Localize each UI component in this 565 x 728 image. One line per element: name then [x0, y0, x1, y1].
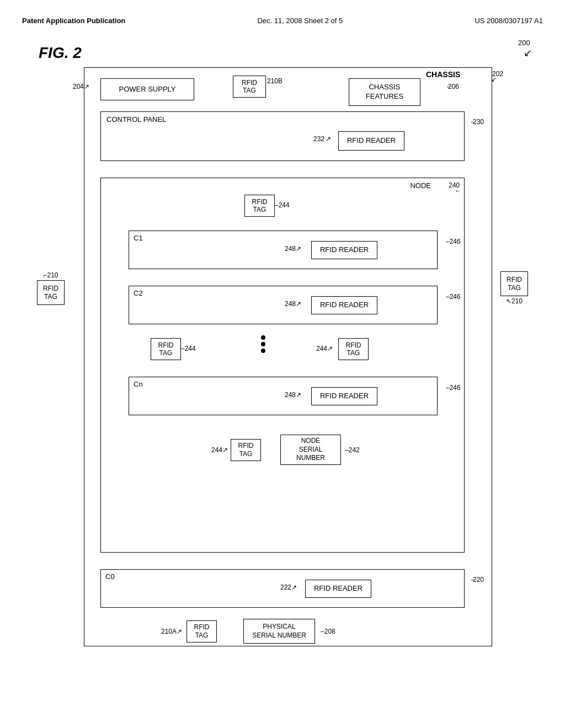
- node-serial-label: NODESERIALNUMBER: [296, 437, 325, 463]
- rfid-tag-244-mid-box: RFIDTAG: [151, 338, 181, 360]
- physical-serial-box: PHYSICALSERIAL NUMBER: [243, 619, 315, 644]
- dot-1: [261, 335, 265, 340]
- c2-ref: –246: [446, 293, 461, 301]
- ellipsis-dots: [261, 335, 265, 353]
- rfid-reader-248b-ref: 248↗: [285, 300, 301, 308]
- cn-label: Cn: [129, 377, 437, 391]
- rfid-reader-248a-ref: 248↗: [285, 245, 301, 253]
- power-supply-box: POWER SUPPLY: [100, 78, 194, 100]
- ps-ref-arrow: ↗: [84, 83, 89, 90]
- 240-arrow: ←: [455, 187, 461, 195]
- page: Patent Application Publication Dec. 11, …: [0, 0, 565, 728]
- rfid-tag-210-left-area: ⌐210 RFIDTAG: [37, 271, 65, 305]
- 230-arrow: ←: [470, 118, 477, 126]
- cn-ref: –246: [446, 384, 461, 392]
- rfid-tag-244-bottom-box: RFIDTAG: [231, 439, 261, 461]
- header-publication: Patent Application Publication: [22, 17, 125, 25]
- node-outer-box: NODE 240 ← RFIDTAG –244 C1 RFID READER: [100, 178, 465, 553]
- header-date: Dec. 11, 2008 Sheet 2 of 5: [258, 17, 343, 25]
- rfid-reader-222-box: RFID READER: [305, 580, 371, 598]
- rfid-tag-244-bottom-label: RFIDTAG: [238, 442, 254, 458]
- rfid-tag-244-mid-right-ref: 244↗: [316, 345, 333, 352]
- physical-serial-label: PHYSICALSERIAL NUMBER: [252, 623, 306, 640]
- rfid-tag-210b-box: RFIDTAG: [233, 76, 266, 98]
- control-panel-box: CONTROL PANEL RFID READER 232 ↗: [100, 111, 465, 161]
- c0-box: C0 RFID READER 222↗: [100, 569, 465, 608]
- rfid-reader-248c-box: RFID READER: [311, 387, 377, 405]
- rfid-tag-244-top-box: RFIDTAG: [244, 195, 275, 217]
- rfid-tag-210-right-ref: ↖210: [506, 297, 523, 305]
- page-header: Patent Application Publication Dec. 11, …: [22, 11, 543, 28]
- control-panel-label: CONTROL PANEL: [101, 112, 464, 127]
- node-label: NODE: [410, 181, 431, 190]
- fig-200-ref: 200 ↙: [518, 39, 532, 59]
- rfid-tag-244-mid-right-label: RFIDTAG: [346, 341, 361, 357]
- node-serial-box: NODESERIALNUMBER: [280, 435, 341, 465]
- rfid-tag-210-right-box: RFIDTAG: [500, 271, 528, 296]
- rfid-reader-248c-ref: 248↗: [285, 391, 301, 399]
- rfid-reader-248b-box: RFID READER: [311, 296, 377, 314]
- rfid-tag-210a-ref: 210A↗: [161, 628, 182, 635]
- header-patent: US 2008/0307197 A1: [475, 17, 543, 25]
- cf-ref-arrow: ←: [446, 83, 452, 90]
- node-serial-244-ref: 244↗: [211, 446, 228, 454]
- dot-2: [261, 342, 265, 346]
- c1-ref: –246: [446, 238, 461, 245]
- c2-box: C2 RFID READER 248↗: [129, 286, 438, 324]
- rfid-tag-210-right-area: RFIDTAG ↖210: [500, 271, 528, 305]
- node-serial-ref: –242: [345, 446, 360, 454]
- rfid-tag-244-mid-ref: –244: [181, 345, 196, 352]
- c0-label: C0: [101, 570, 464, 584]
- rfid-tag-210b-label: RFIDTAG: [242, 79, 257, 95]
- c1-box: C1 RFID READER 248↗: [129, 231, 438, 269]
- rfid-tag-210a-box: RFIDTAG: [186, 620, 217, 643]
- fig-label: FIG. 2: [39, 44, 543, 62]
- rfid-tag-210-right-label: RFIDTAG: [507, 276, 522, 292]
- chassis-features-box: CHASSISFEATURES: [349, 78, 420, 106]
- c1-label: C1: [129, 231, 437, 245]
- rfid-tag-244-mid-right-box: RFIDTAG: [338, 338, 369, 360]
- power-supply-ref: 204: [73, 83, 84, 90]
- rfid-reader-232-ref: 232: [313, 135, 324, 143]
- rfid-reader-222-ref: 222↗: [280, 584, 297, 591]
- rfid-tag-244-mid-label: RFIDTAG: [158, 341, 174, 357]
- chassis-features-label: CHASSISFEATURES: [366, 83, 403, 101]
- 220-arrow: ←: [470, 576, 477, 584]
- arrow-200-icon: ↙: [524, 47, 532, 58]
- rfid-tag-244-top-ref: –244: [275, 201, 290, 209]
- cn-box: Cn RFID READER 248↗: [129, 377, 438, 415]
- chassis-label: CHASSIS: [426, 70, 460, 79]
- rfid-tag-210b-ref: 210B: [267, 77, 282, 85]
- rfid-reader-232-box: RFID READER: [338, 131, 404, 151]
- 232-arrow: ↗: [326, 135, 331, 143]
- c2-label: C2: [129, 286, 437, 300]
- chassis-ref-arrow: ↙: [491, 76, 497, 83]
- rfid-tag-244-top-label: RFIDTAG: [252, 198, 268, 214]
- main-diagram: CHASSIS 202 ↙ POWER SUPPLY 204 ↗ RFIDTAG…: [40, 67, 525, 663]
- dot-3: [261, 349, 265, 353]
- node-serial-area: 244↗ RFIDTAG NODESERIALNUMBER –242: [211, 435, 360, 465]
- rfid-tag-210a-label: RFIDTAG: [194, 623, 210, 639]
- rfid-tag-210-left-ref-top: ⌐210: [43, 271, 58, 279]
- rfid-tag-210-left-label: RFIDTAG: [43, 285, 58, 301]
- rfid-tag-210-left-box: RFIDTAG: [37, 280, 65, 305]
- bottom-row: 210A↗ RFIDTAG PHYSICALSERIAL NUMBER –208: [161, 619, 335, 644]
- rfid-reader-248a-box: RFID READER: [311, 241, 377, 259]
- physical-serial-ref: –208: [321, 628, 335, 635]
